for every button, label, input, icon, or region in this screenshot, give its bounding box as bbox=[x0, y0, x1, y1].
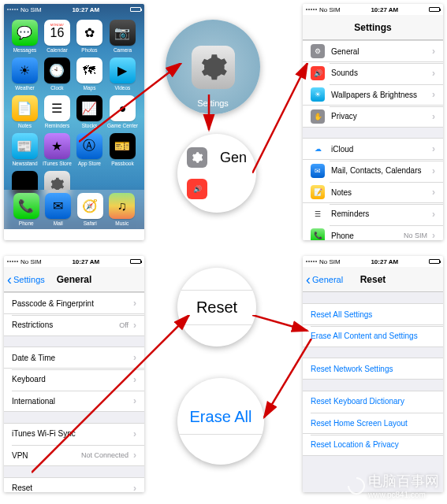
row-label: Reset Network Settings bbox=[311, 365, 435, 373]
app-notes[interactable]: 📄Notes bbox=[10, 95, 39, 128]
app-label: Messages bbox=[13, 47, 37, 53]
chevron-right-icon: › bbox=[133, 395, 136, 406]
app-videos[interactable]: ▶Videos bbox=[107, 57, 138, 91]
row-general[interactable]: ⚙General› bbox=[303, 40, 443, 62]
phone-icon: 📞 bbox=[13, 193, 39, 219]
app-game-center[interactable]: ●Game Center bbox=[107, 95, 138, 128]
row-phone[interactable]: 📞PhoneNo SIM› bbox=[303, 224, 443, 240]
zoom-general-row: Gen 🔊 bbox=[177, 134, 256, 213]
row-passcode-fingerprint[interactable]: Passcode & Fingerprint› bbox=[4, 292, 144, 314]
safari-icon: 🧭 bbox=[77, 193, 103, 219]
row-label: Privacy bbox=[331, 112, 427, 120]
app-photos[interactable]: ✿Photos bbox=[75, 20, 104, 53]
status-bar: No SIM 10:27 AM bbox=[4, 4, 144, 15]
icloud-icon: ☁ bbox=[311, 142, 325, 156]
dock-app-music[interactable]: ♫Music bbox=[109, 193, 135, 226]
row-vpn[interactable]: VPNNot Connected› bbox=[4, 444, 144, 466]
row-label: Keyboard bbox=[12, 375, 129, 384]
gear-icon bbox=[187, 147, 207, 168]
dock-app-phone[interactable]: 📞Phone bbox=[13, 193, 39, 226]
row-itunes-wi-fi-sync[interactable]: iTunes Wi-Fi Sync› bbox=[4, 423, 144, 445]
row-label: International bbox=[12, 397, 129, 406]
chevron-right-icon: › bbox=[432, 143, 435, 154]
wallpapers-brightness-icon: ☀ bbox=[311, 87, 325, 102]
nav-title: Settings bbox=[303, 22, 443, 33]
notes-icon: 📄 bbox=[12, 95, 38, 121]
app-camera[interactable]: 📷Camera bbox=[107, 20, 138, 53]
game-center-icon: ● bbox=[110, 95, 136, 121]
chevron-right-icon: › bbox=[133, 374, 136, 385]
dock-app-safari[interactable]: 🧭Safari bbox=[77, 193, 103, 226]
row-international[interactable]: International› bbox=[4, 390, 144, 412]
status-bar: No SIM 10:27 AM bbox=[303, 256, 443, 267]
row-reminders[interactable]: ☰Reminders› bbox=[303, 203, 443, 225]
app-store-icon: Ⓐ bbox=[76, 133, 102, 159]
app-passbook[interactable]: 🎫Passbook bbox=[107, 133, 138, 166]
row-reset-location-privacy[interactable]: Reset Location & Privacy bbox=[303, 434, 443, 456]
music-icon: ♫ bbox=[109, 193, 135, 219]
dock: 📞Phone✉Mail🧭Safari♫Music bbox=[4, 190, 144, 229]
mail-icon: ✉ bbox=[45, 193, 71, 219]
row-reset-network-settings[interactable]: Reset Network Settings bbox=[303, 358, 443, 380]
app-clock[interactable]: 🕙Clock bbox=[43, 57, 72, 91]
app-reminders[interactable]: ☰Reminders bbox=[43, 95, 72, 128]
chevron-right-icon: › bbox=[133, 450, 136, 461]
app-label: Camera bbox=[114, 47, 132, 53]
row-reset-keyboard-dictionary[interactable]: Reset Keyboard Dictionary bbox=[303, 391, 443, 413]
back-button[interactable]: Settings bbox=[7, 275, 45, 284]
app-calendar[interactable]: MONDAY16Calendar bbox=[43, 20, 72, 53]
photos-icon: ✿ bbox=[76, 20, 102, 46]
row-notes[interactable]: 📝Notes› bbox=[303, 181, 443, 203]
app-label: Newsstand bbox=[12, 161, 37, 166]
app-label: Clock bbox=[50, 85, 63, 91]
maps-icon: 🗺 bbox=[76, 57, 102, 83]
app-stocks[interactable]: 📈Stocks bbox=[75, 95, 104, 128]
row-date-time[interactable]: Date & Time› bbox=[4, 346, 144, 369]
row-detail: No SIM bbox=[404, 232, 427, 239]
row-reset-home-screen-layout[interactable]: Reset Home Screen Layout bbox=[303, 412, 443, 434]
app-label: Notes bbox=[18, 123, 32, 128]
clock-icon: 🕙 bbox=[44, 57, 70, 83]
app-label: iTunes Store bbox=[43, 161, 72, 166]
row-label: Wallpapers & Brightness bbox=[331, 91, 427, 99]
app-messages[interactable]: 💬Messages bbox=[10, 20, 39, 53]
svg-line-4 bbox=[252, 315, 307, 331]
reset-screen: No SIM 10:27 AM General Reset Reset All … bbox=[303, 256, 443, 492]
row-label: Notes bbox=[331, 188, 427, 197]
row-reset[interactable]: Reset› bbox=[4, 477, 144, 493]
reset-label: Reset bbox=[177, 290, 256, 325]
row-keyboard[interactable]: Keyboard› bbox=[4, 369, 144, 391]
row-erase-all-content-and-settings[interactable]: Erase All Content and Settings bbox=[303, 325, 443, 347]
app-maps[interactable]: 🗺Maps bbox=[75, 57, 104, 91]
dock-app-mail[interactable]: ✉Mail bbox=[45, 193, 71, 226]
app-weather[interactable]: ☀Weather bbox=[10, 57, 39, 91]
zoom-reset-row: Reset bbox=[177, 268, 256, 346]
app-newsstand[interactable]: 📰Newsstand bbox=[10, 133, 39, 166]
app-app-store[interactable]: ⒶApp Store bbox=[75, 133, 104, 166]
row-label: Erase All Content and Settings bbox=[311, 332, 435, 340]
nav-bar: Settings bbox=[303, 15, 443, 40]
row-wallpapers-brightness[interactable]: ☀Wallpapers & Brightness› bbox=[303, 83, 443, 106]
chevron-right-icon: › bbox=[432, 46, 435, 57]
chevron-right-icon: › bbox=[432, 111, 435, 122]
row-reset-all-settings[interactable]: Reset All Settings bbox=[303, 303, 443, 325]
row-restrictions[interactable]: RestrictionsOff› bbox=[4, 314, 144, 336]
home-screen: No SIM 10:27 AM 💬MessagesMONDAY16Calenda… bbox=[4, 4, 144, 240]
general-label: Gen bbox=[220, 150, 247, 166]
row-sounds[interactable]: 🔊Sounds› bbox=[303, 62, 443, 84]
row-label: Reset Home Screen Layout bbox=[311, 419, 435, 428]
zoom-erase-row: Erase All bbox=[177, 378, 264, 465]
reminders-icon: ☰ bbox=[44, 95, 70, 121]
camera-icon: 📷 bbox=[110, 20, 136, 46]
app-itunes-store[interactable]: ★iTunes Store bbox=[43, 133, 72, 166]
row-mail-contacts-calendars[interactable]: ✉Mail, Contacts, Calendars› bbox=[303, 160, 443, 182]
erase-label: Erase All bbox=[177, 408, 264, 435]
row-label: Reset bbox=[12, 484, 129, 492]
row-detail: Off bbox=[119, 321, 129, 329]
row-label: Phone bbox=[331, 232, 404, 240]
app-label: Maps bbox=[84, 85, 96, 91]
videos-icon: ▶ bbox=[110, 57, 136, 83]
back-button[interactable]: General bbox=[306, 275, 343, 284]
row-icloud[interactable]: ☁iCloud› bbox=[303, 138, 443, 160]
row-privacy[interactable]: ✋Privacy› bbox=[303, 106, 443, 128]
